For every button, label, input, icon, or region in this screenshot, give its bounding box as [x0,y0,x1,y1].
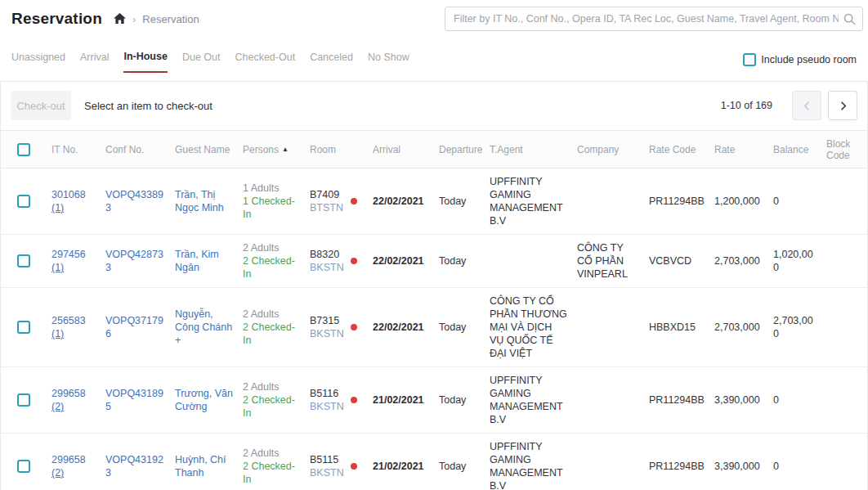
company [577,288,649,367]
tab-checked-out[interactable]: Checked-Out [235,52,295,72]
col-arrival[interactable]: Arrival [373,131,439,169]
table-row: 299658(2) VOPQ431923 Huỳnh, Chí Thanh 2 … [1,434,867,490]
balance: 0 [773,434,826,490]
company: CÔNG TY CỔ PHẦN VINPEARL [577,235,649,288]
rate: 1,200,000 [714,169,773,235]
persons-checked-in: 2 Checked-In [243,394,295,419]
rate-code: PR11294BB [649,367,714,434]
travel-agent [490,235,577,288]
status-dot-icon [351,324,357,330]
home-icon[interactable] [114,13,126,25]
departure-date: Today [439,169,490,235]
col-t-agent[interactable]: T.Agent [490,131,577,169]
conf-no-link[interactable]: VOPQ371796 [105,315,163,339]
col-rate-code[interactable]: Rate Code [649,131,714,169]
guest-name-link[interactable]: Huỳnh, Chí Thanh [175,454,226,479]
room-type: BKSTN [310,262,344,273]
table-header-row: IT No. Conf No. Guest Name Persons▲ Room… [1,131,867,169]
guest-name-link[interactable]: Nguyễn, Công Chánh + [175,308,232,346]
block-code [826,235,867,288]
tab-due-out[interactable]: Due Out [182,52,221,72]
tab-no-show[interactable]: No Show [368,52,409,72]
col-room[interactable]: Room [310,131,373,169]
room-number: B8320 [310,249,339,260]
balance: 1,020,000 [773,235,826,288]
it-no-link[interactable]: 299658(2) [51,453,97,479]
status-dot-icon [351,198,357,205]
search-icon[interactable] [843,13,856,25]
col-block-code[interactable]: Block Code [826,131,867,169]
persons-adults: 2 Adults [243,308,279,320]
breadcrumb-current[interactable]: Reservation [142,13,199,25]
travel-agent: UPFFINITY GAMING MANAGEMENT B.V [490,169,577,235]
conf-no-link[interactable]: VOPQ433893 [105,189,163,214]
select-all-checkbox[interactable] [17,143,30,156]
col-departure[interactable]: Departure [439,131,490,169]
chevron-right-icon [839,101,848,110]
next-page-button[interactable] [828,91,857,120]
reservation-page: Reservation › Reservation Unassigned Arr… [0,0,868,490]
block-code [826,288,867,367]
persons-checked-in: 1 Checked-In [243,196,295,220]
top-header: Reservation › Reservation [0,0,868,33]
it-no-link[interactable]: 299658(2) [51,387,97,413]
conf-no-link[interactable]: VOPQ428733 [105,249,163,273]
balance: 0 [773,367,826,434]
search-input[interactable] [454,13,839,25]
room-type: BKSTN [310,401,344,412]
arrival-date: 22/02/2021 [373,235,439,288]
guest-name-link[interactable]: Trần, Thị Ngọc Minh [175,189,224,214]
rate: 2,703,000 [714,288,773,367]
col-rate[interactable]: Rate [714,131,773,169]
table-row: 297456(1) VOPQ428733 Trần, Kim Ngân 2 Ad… [1,235,867,288]
col-company[interactable]: Company [577,131,649,169]
rate-code: PR11294BB [649,434,714,490]
row-checkbox[interactable] [17,460,30,473]
chevron-left-icon [803,101,812,110]
page-title: Reservation [11,10,102,28]
persons-adults: 2 Adults [243,447,279,459]
rate-code: PR11294BB [649,169,714,235]
row-checkbox[interactable] [17,195,30,208]
col-guest-name[interactable]: Guest Name [175,131,243,169]
include-pseudo-room-checkbox[interactable] [743,53,756,66]
prev-page-button[interactable] [792,91,821,120]
rate-code: HBBXD15 [649,288,714,367]
room-number: B7409 [310,189,339,200]
guest-name-link[interactable]: Trương, Văn Cường [175,388,233,412]
list-toolbar: Check-out Select an item to check-out 1-… [1,82,867,130]
check-out-button[interactable]: Check-out [11,91,71,120]
tab-arrival[interactable]: Arrival [80,52,109,72]
rate: 3,390,000 [714,434,773,490]
col-persons[interactable]: Persons▲ [243,131,310,169]
block-code [826,169,867,235]
reservation-table: IT No. Conf No. Guest Name Persons▲ Room… [1,130,867,490]
pagination-range: 1-10 of 169 [721,100,772,111]
col-it-no[interactable]: IT No. [51,131,105,169]
row-checkbox[interactable] [17,254,30,267]
conf-no-link[interactable]: VOPQ431895 [105,388,163,412]
departure-date: Today [439,288,490,367]
tab-unassigned[interactable]: Unassigned [11,52,65,72]
col-balance[interactable]: Balance [773,131,826,169]
include-pseudo-room-label: Include pseudo room [761,54,857,65]
col-conf-no[interactable]: Conf No. [105,131,175,169]
it-no-link[interactable]: 297456(1) [51,248,97,274]
persons-adults: 2 Adults [243,242,279,254]
breadcrumb: › Reservation [114,13,199,25]
it-no-link[interactable]: 256583(1) [51,314,97,340]
table-row: 299658(2) VOPQ431895 Trương, Văn Cường 2… [1,367,867,434]
arrival-date: 22/02/2021 [373,288,439,367]
tab-bar: Unassigned Arrival In-House Due Out Chec… [0,51,868,73]
it-no-link[interactable]: 301068(1) [51,188,97,214]
persons-checked-in: 2 Checked-In [243,255,295,280]
tab-in-house[interactable]: In-House [123,51,167,73]
conf-no-link[interactable]: VOPQ431923 [105,454,163,479]
tab-canceled[interactable]: Canceled [310,52,353,72]
row-checkbox[interactable] [17,321,30,334]
rate-code: VCBVCD [649,235,714,288]
guest-name-link[interactable]: Trần, Kim Ngân [175,249,219,273]
travel-agent: UPFFINITY GAMING MANAGEMENT B.V [490,367,577,434]
row-checkbox[interactable] [17,393,30,407]
persons-adults: 2 Adults [243,381,279,393]
